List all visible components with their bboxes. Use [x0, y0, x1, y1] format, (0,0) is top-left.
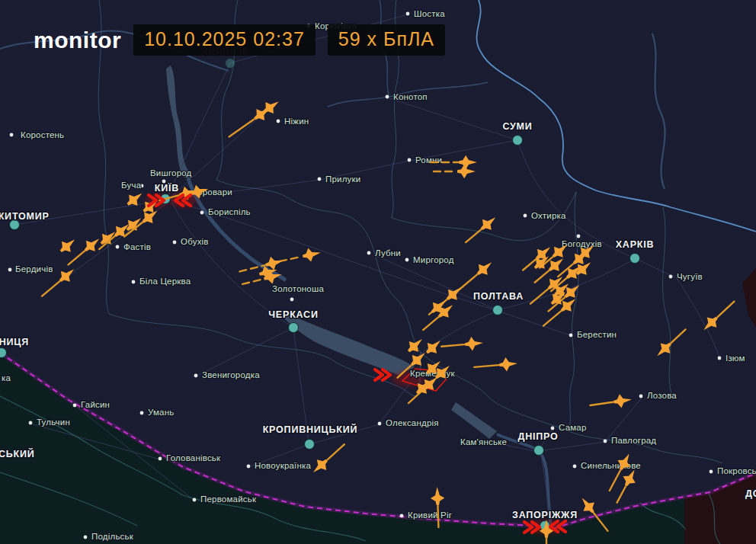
city-label: Чугуїв [677, 272, 703, 281]
city-minor: Звенигородка [194, 370, 261, 379]
city-label: Покровськ [717, 466, 756, 475]
city-minor: Первомайськ [193, 494, 257, 504]
city-dot [200, 211, 204, 215]
city-label: Самар [559, 423, 587, 432]
city-minor: Бердичів [8, 264, 53, 274]
city-dot [10, 133, 14, 137]
city-label: Богодухів [562, 239, 602, 248]
city-label: Гайсин [81, 400, 110, 409]
city-dot [173, 241, 177, 245]
city-minor: Синельникове [573, 461, 641, 470]
city-label: Первомайськ [200, 494, 257, 504]
city-minor: Олександрія [378, 418, 439, 427]
city-label: Буча [121, 181, 142, 190]
city-minor: Бориспіль [200, 207, 251, 216]
city-label: Фастів [123, 242, 151, 251]
city-dot [400, 514, 404, 518]
city-label: Вишгород [150, 168, 192, 178]
drone-trail [437, 506, 438, 527]
city-dot [193, 498, 197, 502]
city-label: ДОНЕЦЬК [745, 488, 756, 499]
city-label: Павлоград [611, 436, 656, 445]
city-minor: Подільськ [84, 532, 134, 541]
city-label: ка [2, 373, 11, 382]
city-dot [378, 422, 382, 426]
city-label: Охтирка [531, 211, 566, 220]
city-label: Біла Церква [139, 277, 191, 286]
city-dot [29, 421, 33, 425]
city-dot [493, 306, 503, 315]
city-dot [73, 404, 77, 408]
city-dot [0, 348, 7, 358]
city-dot [386, 95, 389, 99]
city-label: КИЇВ [155, 182, 179, 194]
city-label: ПОЛТАВА [473, 291, 524, 302]
city-label: Кам'янське [460, 437, 507, 446]
city-label: ЗАПОРІЖЖЯ [512, 510, 578, 520]
city-label: Золотоноша [272, 284, 324, 293]
city-label: Ізюм [726, 354, 745, 363]
city-label: Обухів [181, 237, 209, 246]
city-dot [289, 323, 299, 333]
city-dot [318, 178, 322, 181]
city-dot [116, 245, 120, 249]
city-minor: Корюківка [307, 21, 357, 30]
city-label: Бориспіль [208, 207, 251, 216]
city-minor: Павлоград [604, 436, 657, 445]
city-dot [718, 357, 722, 360]
drone-monitor-app: КИЇВЧЕРНІГІВСУМИХАРКІВПОЛТАВАЧЕРКАСИКРОП… [0, 0, 756, 544]
city-dot [710, 470, 713, 474]
city-label: Шостка [414, 9, 445, 18]
city-dot [277, 120, 280, 123]
city-major: ДОНЕЦЬК [745, 488, 756, 499]
city-minor: Буча [121, 181, 143, 190]
city-label: Умань [148, 408, 174, 417]
city-dot [604, 440, 607, 443]
city-dot [305, 440, 315, 450]
city-label: Конотоп [393, 92, 428, 101]
city-dot [247, 465, 251, 469]
city-minor: Біла Церква [132, 277, 191, 286]
city-label: ЧЕРКАСИ [268, 309, 318, 320]
city-label: Подільськ [91, 532, 134, 541]
city-dot [84, 536, 88, 539]
city-label: КРОПИВНИЦЬКИЙ [263, 424, 358, 435]
city-label: Кривий Ріг [408, 510, 452, 520]
city-label: ЧЕРНІГІВ [201, 46, 250, 57]
map-canvas[interactable]: КИЇВЧЕРНІГІВСУМИХАРКІВПОЛТАВАЧЕРКАСИКРОП… [0, 0, 756, 544]
city-label: Новоукраїнка [255, 461, 312, 470]
city-label: ЖИТОМИР [0, 211, 50, 222]
city-label: Звенигородка [202, 370, 260, 379]
city-label: Ромни [415, 155, 442, 165]
city-label: Тульчин [37, 418, 70, 427]
city-dot [630, 254, 640, 264]
city-label: ВІННИЦЯ [0, 337, 29, 347]
city-dot [8, 268, 12, 272]
city-dot [524, 214, 527, 218]
city-minor: Кривий Ріг [400, 510, 452, 520]
city-dot [140, 411, 144, 415]
city-label: ХАРКІВ [616, 239, 655, 250]
city-dot [132, 280, 136, 284]
city-label: СУМИ [502, 121, 532, 132]
city-minor: Миргород [405, 255, 454, 264]
city-dot [408, 158, 412, 162]
city-label: Миргород [413, 255, 454, 264]
city-dot [367, 251, 371, 255]
map-base-layer [0, 0, 756, 544]
city-minor: Голованівськ [159, 453, 221, 462]
city-label: Бердичів [15, 264, 53, 274]
city-dot [669, 275, 673, 279]
city-dot [406, 12, 410, 16]
city-label: Лозова [647, 391, 677, 400]
city-label: Берестин [577, 330, 617, 339]
city-dot [577, 235, 581, 238]
city-major: СЬКИЙ [0, 448, 35, 459]
city-minor: Кам'янське [460, 437, 507, 446]
city-dot [226, 59, 235, 69]
city-dot [639, 395, 643, 398]
city-dot [569, 334, 573, 338]
city-label: Коростень [21, 130, 64, 139]
city-dot [290, 298, 294, 302]
city-dot [405, 258, 409, 262]
